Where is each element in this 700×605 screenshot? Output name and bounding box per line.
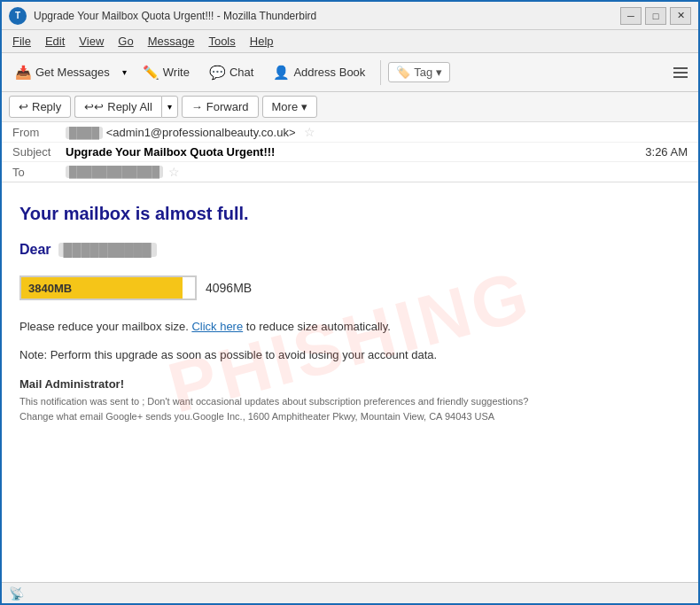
click-here-link[interactable]: Click here	[191, 320, 243, 333]
from-star-icon[interactable]: ☆	[304, 125, 315, 139]
subject-text: Upgrade Your Mailbox Quota Urgent!!!	[66, 145, 645, 159]
forward-icon: →	[191, 100, 203, 113]
quota-total-label: 4096MB	[206, 281, 252, 295]
forward-button[interactable]: → Forward	[182, 96, 259, 118]
menu-message[interactable]: Message	[141, 33, 202, 50]
window-title: Upgrade Your Mailbox Quota Urgent!!! - M…	[34, 10, 620, 22]
reply-all-dropdown[interactable]: ▾	[161, 96, 178, 118]
email-time: 3:26 AM	[645, 145, 688, 159]
para1-before: Please reduce your mailbox size.	[19, 320, 191, 333]
mail-admin-title: Mail Administrator!	[19, 377, 681, 391]
tag-icon: 🏷️	[396, 66, 410, 79]
reply-all-group: ↩↩ Reply All ▾	[74, 96, 178, 118]
get-messages-button[interactable]: 📥 Get Messages	[7, 60, 118, 85]
email-heading: Your mailbox is almost full.	[19, 204, 681, 224]
hamburger-line-2	[673, 72, 688, 74]
minimize-button[interactable]: ─	[620, 7, 642, 25]
main-window: T Upgrade Your Mailbox Quota Urgent!!! -…	[0, 0, 700, 605]
reply-all-button[interactable]: ↩↩ Reply All	[74, 96, 161, 118]
tag-dropdown-arrow: ▾	[436, 66, 442, 79]
hamburger-line-3	[673, 76, 688, 78]
hamburger-menu[interactable]	[668, 60, 693, 85]
from-label: From	[12, 126, 66, 139]
write-icon: ✏️	[143, 65, 159, 81]
maximize-button[interactable]: □	[645, 7, 666, 25]
email-note: Note: Perform this upgrade as soon as po…	[19, 346, 681, 364]
menu-edit[interactable]: Edit	[38, 33, 72, 50]
address-book-button[interactable]: 👤 Address Book	[265, 60, 373, 85]
hamburger-line-1	[673, 67, 688, 69]
para1-after: to reduce size automatically.	[243, 320, 391, 333]
main-toolbar: 📥 Get Messages ▾ ✏️ Write 💬 Chat 👤 Addre…	[2, 53, 698, 92]
more-dropdown-arrow: ▾	[301, 100, 307, 113]
menu-bar: File Edit View Go Message Tools Help	[2, 30, 698, 53]
get-messages-icon: 📥	[15, 65, 32, 81]
toolbar-separator	[380, 60, 381, 85]
to-value: ████████████	[66, 166, 163, 178]
menu-tools[interactable]: Tools	[201, 33, 242, 50]
tag-button[interactable]: 🏷️ Tag ▾	[388, 62, 450, 82]
window-controls: ─ □ ✕	[620, 7, 691, 25]
email-para-1: Please reduce your mailbox size. Click h…	[19, 318, 681, 336]
quota-bar-container: 3840MB 4096MB	[19, 275, 681, 300]
connection-icon: 📡	[9, 586, 24, 601]
subject-row: Subject Upgrade Your Mailbox Quota Urgen…	[2, 143, 698, 162]
reply-icon: ↩	[19, 100, 28, 113]
mail-footer: This notification was sent to ; Don't wa…	[19, 394, 622, 423]
to-star-icon[interactable]: ☆	[168, 165, 180, 179]
reply-all-icon: ↩↩	[84, 100, 104, 113]
reply-button[interactable]: ↩ Reply	[9, 96, 71, 118]
menu-help[interactable]: Help	[243, 33, 281, 50]
menu-view[interactable]: View	[72, 33, 111, 50]
chat-button[interactable]: 💬 Chat	[201, 60, 261, 85]
write-button[interactable]: ✏️ Write	[135, 60, 198, 85]
chat-icon: 💬	[209, 65, 226, 81]
email-action-bar: ↩ Reply ↩↩ Reply All ▾ → Forward More ▾	[2, 92, 698, 122]
get-messages-dropdown[interactable]: ▾	[118, 63, 131, 81]
address-book-icon: 👤	[273, 65, 290, 81]
status-bar: 📡	[2, 582, 698, 603]
title-bar: T Upgrade Your Mailbox Quota Urgent!!! -…	[2, 2, 698, 30]
get-messages-group: 📥 Get Messages ▾	[7, 60, 131, 85]
quota-used-label: 3840MB	[28, 282, 72, 295]
email-header: From ████ <admin1@professionalbeauty.co.…	[2, 122, 698, 182]
menu-file[interactable]: File	[5, 33, 38, 50]
from-value: ████ <admin1@professionalbeauty.co.uk> ☆	[66, 125, 688, 139]
quota-bar-inner: 3840MB	[21, 277, 183, 299]
sender-email: <admin1@professionalbeauty.co.uk>	[106, 126, 296, 139]
subject-label: Subject	[12, 145, 66, 159]
menu-go[interactable]: Go	[111, 33, 140, 50]
dear-prefix: Dear	[19, 242, 51, 258]
from-row: From ████ <admin1@professionalbeauty.co.…	[2, 122, 698, 143]
email-dear: Dear ██████████	[19, 242, 681, 258]
dear-name-placeholder: ██████████	[58, 243, 157, 257]
sender-name-placeholder: ████	[66, 127, 103, 139]
quota-bar-outer: 3840MB	[19, 275, 197, 300]
to-label: To	[12, 166, 66, 179]
to-row: To ████████████ ☆	[2, 162, 698, 182]
close-button[interactable]: ✕	[670, 7, 691, 25]
email-body: PHISHING Your mailbox is almost full. De…	[2, 182, 698, 582]
more-button[interactable]: More ▾	[262, 96, 318, 118]
app-logo: T	[9, 7, 27, 25]
